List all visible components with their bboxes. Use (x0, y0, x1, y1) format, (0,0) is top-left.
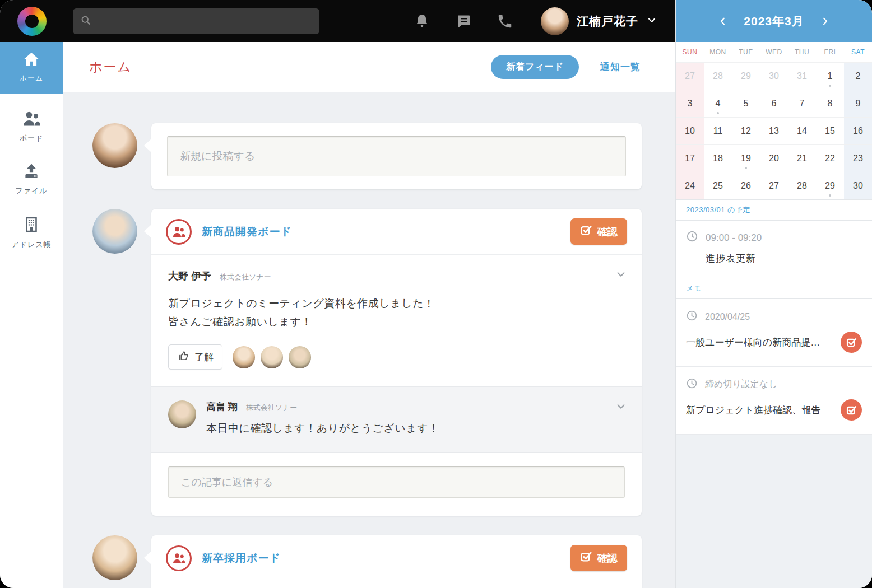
calendar-day[interactable]: 21 (788, 144, 816, 172)
content-area: ホーム 新着フィード 通知一覧 新規に投稿する (63, 42, 675, 588)
notification-list-link[interactable]: 通知一覧 (600, 60, 641, 73)
board-row: 新商品開発ボード 確認 大野 伊予 (92, 209, 642, 516)
post-text-line1: 新プロジェクトのミーティング資料を作成しました！ (168, 294, 625, 312)
confirm-button[interactable]: 確認 (570, 545, 627, 571)
sidebar-item-home[interactable]: ホーム (0, 42, 63, 94)
notifications-bell-icon[interactable] (413, 12, 431, 30)
topbar-actions: 江楠戸花子 (413, 7, 675, 35)
memo-complete-check-icon[interactable] (841, 399, 862, 421)
calendar-day[interactable]: 19 (732, 144, 760, 172)
new-feed-button[interactable]: 新着フィード (491, 55, 579, 79)
calendar-day[interactable]: 24 (676, 172, 704, 199)
calendar-panel: 2023年3月 SUN MON TUE WED THU FRI SAT 2728… (675, 0, 872, 588)
reply: 高畠 翔 株式会社ソナー 本日中に確認します！ありがとうございます！ (151, 386, 642, 453)
calendar-day[interactable]: 9 (844, 90, 872, 117)
calendar-day[interactable]: 18 (704, 144, 732, 172)
calendar-day[interactable]: 14 (788, 117, 816, 144)
board-row: 新卒採用ボード 確認 (92, 535, 642, 588)
search-input[interactable] (96, 16, 312, 27)
calendar-day[interactable]: 30 (844, 172, 872, 199)
app-logo-icon[interactable] (17, 7, 47, 36)
calendar-day[interactable]: 31 (788, 62, 816, 90)
reply-input-section: この記事に返信する (151, 453, 642, 516)
upload-icon (22, 162, 41, 182)
calendar-day[interactable]: 7 (788, 90, 816, 117)
user-avatar[interactable] (541, 7, 569, 35)
clipped-card-body (151, 581, 642, 588)
confirm-button-label: 確認 (597, 552, 618, 565)
calendar-day[interactable]: 23 (844, 144, 872, 172)
avatar (92, 209, 137, 254)
calendar-day[interactable]: 10 (676, 117, 704, 144)
event-dot (829, 85, 831, 87)
calendar-day[interactable]: 25 (704, 172, 732, 199)
calendar-day[interactable]: 29 (816, 172, 844, 199)
calendar-day[interactable]: 15 (816, 117, 844, 144)
calendar-day[interactable]: 6 (760, 90, 788, 117)
calendar-day[interactable]: 20 (760, 144, 788, 172)
calendar-day[interactable]: 27 (760, 172, 788, 199)
weekday-label: MON (704, 48, 732, 56)
search-box[interactable] (73, 8, 319, 34)
calendar-day[interactable]: 13 (760, 117, 788, 144)
reply-input[interactable]: この記事に返信する (168, 466, 625, 498)
collapse-chevron-icon[interactable] (615, 268, 627, 283)
event-time: 09:00 - 09:20 (706, 232, 762, 244)
weekday-label: THU (788, 48, 816, 56)
board-title-link[interactable]: 新卒採用ボード (202, 551, 281, 566)
calendar-next-icon[interactable] (820, 15, 830, 27)
calendar-day[interactable]: 28 (704, 62, 732, 90)
page-title: ホーム (89, 58, 132, 76)
weekday-label: TUE (732, 48, 760, 56)
memo-title: 新プロジェクト進捗確認、報告 (686, 404, 835, 417)
calendar-day[interactable]: 3 (676, 90, 704, 117)
sidebar-item-label: ファイル (15, 186, 47, 196)
event-time-row: 09:00 - 09:20 (686, 230, 862, 245)
logo-hole (25, 15, 39, 28)
logo-wrap (0, 7, 63, 36)
calendar-day[interactable]: 28 (788, 172, 816, 199)
sidebar-item-board[interactable]: ボード (0, 100, 63, 153)
schedule-event[interactable]: 09:00 - 09:20 進捗表更新 (676, 221, 872, 278)
calendar-day[interactable]: 26 (732, 172, 760, 199)
phone-icon[interactable] (496, 12, 514, 30)
reaction-avatar (233, 346, 255, 368)
calendar-day[interactable]: 27 (676, 62, 704, 90)
new-post-input[interactable]: 新規に投稿する (167, 136, 626, 176)
calendar-day[interactable]: 5 (732, 90, 760, 117)
confirm-button[interactable]: 確認 (570, 218, 627, 245)
calendar-day[interactable]: 17 (676, 144, 704, 172)
calendar-prev-icon[interactable] (718, 15, 728, 27)
confirm-button-label: 確認 (597, 225, 618, 239)
memo-complete-check-icon[interactable] (841, 332, 862, 353)
calendar-day[interactable]: 22 (816, 144, 844, 172)
calendar-day[interactable]: 30 (760, 62, 788, 90)
sidebar-item-file[interactable]: ファイル (0, 153, 63, 206)
collapse-chevron-icon[interactable] (615, 400, 627, 415)
acknowledge-button[interactable]: 了解 (168, 344, 222, 370)
sidebar-item-addressbook[interactable]: アドレス帳 (0, 206, 63, 259)
post: 大野 伊予 株式会社ソナー 新プロジェクトのミーティング資料を作成しました！ 皆… (151, 255, 642, 386)
board-title-link[interactable]: 新商品開発ボード (202, 225, 292, 239)
memo-item[interactable]: 締め切り設定なし 新プロジェクト進捗確認、報告 (676, 367, 872, 435)
user-menu[interactable]: 江楠戸花子 (541, 7, 667, 35)
calendar-header: 2023年3月 (676, 0, 872, 42)
calendar-day[interactable]: 2 (844, 62, 872, 90)
calendar-day[interactable]: 12 (732, 117, 760, 144)
calendar-day[interactable]: 1 (816, 62, 844, 90)
calendar-day[interactable]: 11 (704, 117, 732, 144)
reply-company: 株式会社ソナー (246, 403, 298, 413)
main-column: 江楠戸花子 ホーム (0, 0, 675, 588)
calendar-day[interactable]: 4 (704, 90, 732, 117)
calendar-day[interactable]: 29 (732, 62, 760, 90)
feed-scroll-area[interactable]: 新規に投稿する 新商品開発ボード (63, 92, 675, 588)
calendar-day[interactable]: 8 (816, 90, 844, 117)
memo-item[interactable]: 2020/04/25 一般ユーザー様向の新商品提… (676, 299, 872, 367)
clock-icon (686, 230, 698, 245)
acknowledge-label: 了解 (194, 351, 214, 363)
composer-card: 新規に投稿する (151, 123, 642, 189)
calendar-day[interactable]: 16 (844, 117, 872, 144)
chat-icon[interactable] (454, 12, 472, 30)
topbar: 江楠戸花子 (0, 0, 675, 42)
board-card: 新卒採用ボード 確認 (151, 535, 642, 588)
